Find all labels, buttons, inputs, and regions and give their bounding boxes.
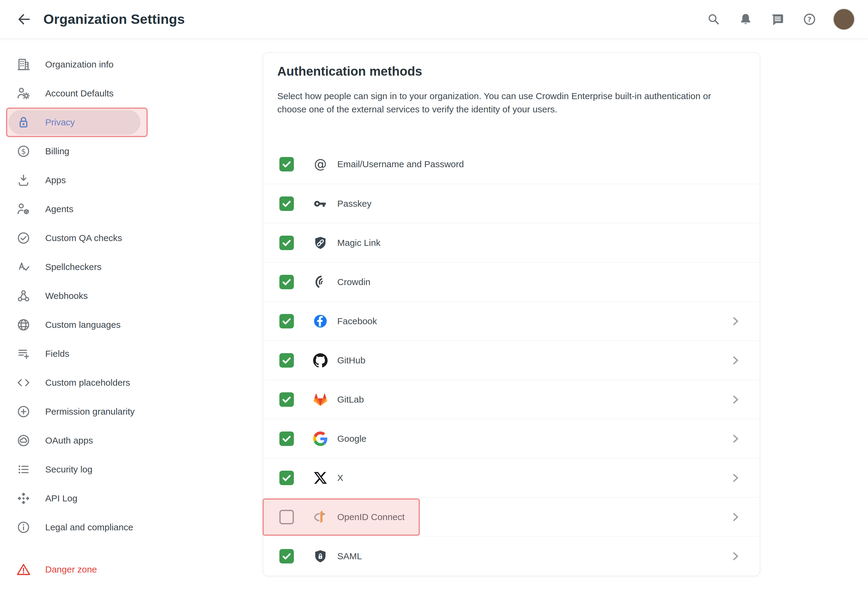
checkbox-checked[interactable] — [279, 431, 294, 446]
checkbox-unchecked[interactable] — [279, 510, 294, 524]
chevron-right-icon[interactable] — [730, 394, 741, 405]
chevron-right-icon[interactable] — [730, 316, 741, 327]
auth-method-row-google[interactable]: Google — [263, 419, 760, 458]
dollar-circle-icon: $ — [16, 144, 31, 158]
auth-methods-list: @Email/Username and PasswordPasskeyMagic… — [263, 145, 760, 575]
list-add-icon — [16, 347, 31, 361]
user-cube-icon — [16, 202, 31, 216]
sidebar-item-label: OAuth apps — [45, 435, 93, 445]
auth-method-row-email-username-and-password[interactable]: @Email/Username and Password — [263, 145, 760, 184]
header-actions: ? — [705, 9, 855, 30]
download-icon — [16, 173, 31, 187]
auth-method-label: GitLab — [337, 394, 364, 405]
checkbox-checked[interactable] — [279, 549, 294, 563]
sidebar-item-agents[interactable]: Agents — [0, 195, 263, 224]
sidebar-item-organization-info[interactable]: Organization info — [0, 50, 263, 79]
auth-method-row-github[interactable]: GitHub — [263, 341, 760, 380]
svg-text:@: @ — [314, 157, 327, 171]
sidebar-item-webhooks[interactable]: Webhooks — [0, 282, 263, 310]
check-circle-icon — [16, 231, 31, 245]
checkbox-checked[interactable] — [279, 392, 294, 407]
email-icon: @ — [313, 157, 328, 171]
sidebar-item-custom-languages[interactable]: Custom languages — [0, 310, 263, 339]
sidebar-item-label: API Log — [45, 493, 77, 503]
sidebar-item-label: Agents — [45, 204, 73, 214]
auth-method-row-crowdin[interactable]: Crowdin — [263, 262, 760, 301]
messages-button[interactable] — [769, 11, 786, 28]
sidebar-item-label: Danger zone — [45, 564, 97, 575]
svg-text:$: $ — [21, 147, 26, 156]
sidebar-item-danger-zone[interactable]: Danger zone — [0, 555, 263, 584]
sidebar-item-label: Apps — [45, 175, 66, 185]
sidebar-item-label: Organization info — [45, 59, 114, 69]
sidebar-item-label: Custom placeholders — [45, 378, 130, 388]
sidebar-item-label: Account Defaults — [45, 88, 114, 99]
spellcheck-icon — [16, 260, 31, 274]
sidebar-item-label: Permission granularity — [45, 407, 135, 417]
auth-method-row-saml[interactable]: SAML — [263, 536, 760, 575]
sidebar-item-fields[interactable]: Fields — [0, 339, 263, 368]
lock-icon — [16, 115, 31, 130]
auth-method-label: SAML — [337, 551, 362, 561]
checkbox-checked[interactable] — [279, 157, 294, 171]
x-icon — [313, 471, 328, 485]
checkbox-checked[interactable] — [279, 471, 294, 485]
svg-text:?: ? — [808, 16, 812, 23]
checkbox-checked[interactable] — [279, 275, 294, 289]
auth-method-row-gitlab[interactable]: GitLab — [263, 380, 760, 419]
auth-methods-card: Authentication methods Select how people… — [263, 52, 760, 576]
help-button[interactable]: ? — [801, 11, 818, 28]
main-content: Authentication methods Select how people… — [263, 38, 868, 593]
chevron-right-icon[interactable] — [730, 433, 741, 444]
arrow-left-icon — [17, 12, 31, 27]
sidebar-item-permission-granularity[interactable]: Permission granularity — [0, 397, 263, 426]
sidebar-nav: Organization infoAccount DefaultsPrivacy… — [0, 38, 263, 593]
sidebar-item-label: Custom languages — [45, 320, 121, 330]
checkbox-checked[interactable] — [279, 314, 294, 329]
auth-method-row-passkey[interactable]: Passkey — [263, 184, 760, 223]
info-circle-icon — [16, 520, 31, 534]
page-title: Organization Settings — [43, 12, 185, 27]
sidebar-item-label: Security log — [45, 464, 93, 475]
chat-icon — [771, 12, 784, 26]
sidebar-item-custom-qa-checks[interactable]: Custom QA checks — [0, 224, 263, 252]
auth-method-label: OpenID Connect — [337, 512, 404, 522]
chevron-right-icon[interactable] — [730, 551, 741, 562]
sidebar-item-custom-placeholders[interactable]: Custom placeholders — [0, 368, 263, 397]
search-button[interactable] — [705, 11, 722, 28]
globe-icon — [16, 317, 31, 332]
auth-method-row-openid-connect[interactable]: OpenID Connect — [263, 497, 760, 536]
user-avatar[interactable] — [833, 9, 855, 30]
chevron-right-icon[interactable] — [730, 472, 741, 483]
user-gear-icon — [16, 86, 31, 101]
auth-method-row-x[interactable]: X — [263, 458, 760, 497]
code-icon — [16, 375, 31, 390]
warning-icon — [16, 562, 31, 577]
checkbox-checked[interactable] — [279, 196, 294, 211]
magic-link-icon — [313, 236, 328, 250]
sidebar-item-privacy[interactable]: Privacy — [0, 108, 263, 137]
sidebar-item-oauth-apps[interactable]: OAuth apps — [0, 426, 263, 455]
checkbox-checked[interactable] — [279, 236, 294, 250]
sidebar-item-security-log[interactable]: Security log — [0, 455, 263, 484]
chevron-right-icon[interactable] — [730, 512, 741, 522]
sidebar-item-account-defaults[interactable]: Account Defaults — [0, 79, 263, 108]
search-icon — [707, 12, 720, 26]
sidebar-item-spellcheckers[interactable]: Spellcheckers — [0, 252, 263, 282]
sidebar-item-legal-and-compliance[interactable]: Legal and compliance — [0, 513, 263, 542]
chevron-right-icon[interactable] — [730, 355, 741, 366]
sidebar-item-billing[interactable]: $Billing — [0, 137, 263, 166]
sidebar-item-label: Legal and compliance — [45, 522, 133, 533]
sidebar-item-api-log[interactable]: API Log — [0, 484, 263, 513]
sidebar-item-apps[interactable]: Apps — [0, 166, 263, 195]
back-button[interactable] — [13, 9, 35, 30]
sidebar-item-label: Billing — [45, 146, 69, 156]
auth-method-row-facebook[interactable]: Facebook — [263, 301, 760, 341]
notifications-button[interactable] — [737, 11, 754, 28]
github-icon — [313, 353, 328, 367]
auth-method-row-magic-link[interactable]: Magic Link — [263, 223, 760, 262]
card-title: Authentication methods — [277, 64, 745, 79]
cloud-circle-icon — [16, 433, 31, 448]
checkbox-checked[interactable] — [279, 353, 294, 367]
sidebar-item-label: Webhooks — [45, 291, 88, 301]
